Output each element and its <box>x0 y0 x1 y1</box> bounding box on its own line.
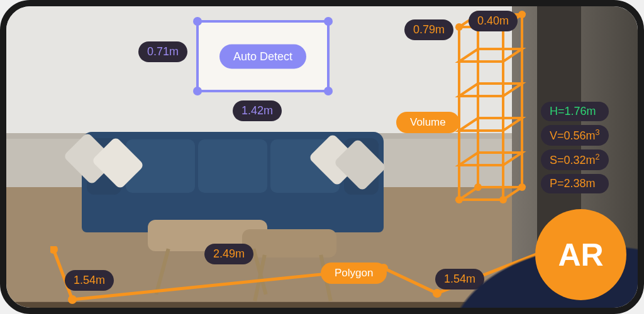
auto-detect-button[interactable]: Auto Detect <box>219 44 306 68</box>
corner-dot-icon[interactable] <box>193 87 202 95</box>
measurement-depth: 0.79m <box>404 19 453 40</box>
measurement-width: 0.40m <box>469 11 518 31</box>
polygon-button[interactable]: Polygon <box>321 263 387 284</box>
stat-perimeter: P=2.38m <box>541 174 609 193</box>
corner-dot-icon[interactable] <box>324 87 333 95</box>
svg-point-10 <box>518 183 526 191</box>
volume-stats: H=1.76m V=0.56m3 S=0.32m2 P=2.38m <box>541 102 609 193</box>
ar-badge: AR <box>535 209 626 300</box>
measurement-segment: 1.54m <box>65 270 114 291</box>
svg-point-6 <box>518 11 526 18</box>
volume-button[interactable]: Volume <box>396 112 460 133</box>
volume-box[interactable] <box>456 11 525 208</box>
shelf-wireframe-icon <box>456 11 525 206</box>
auto-detect-box[interactable]: Auto Detect <box>196 20 330 92</box>
stat-volume: V=0.56m3 <box>541 125 609 146</box>
svg-point-4 <box>455 23 463 31</box>
svg-point-11 <box>474 183 482 191</box>
measurement-segment: 2.49m <box>204 244 253 264</box>
corner-dot-icon[interactable] <box>324 17 333 26</box>
stat-surface: S=0.32m2 <box>541 149 609 170</box>
phone-frame: Auto Detect 0.71m 1.42m <box>0 0 644 314</box>
measurement-width: 1.42m <box>233 100 282 121</box>
measurement-height: 0.71m <box>138 41 187 62</box>
corner-dot-icon[interactable] <box>193 17 202 26</box>
stat-height: H=1.76m <box>541 102 609 121</box>
